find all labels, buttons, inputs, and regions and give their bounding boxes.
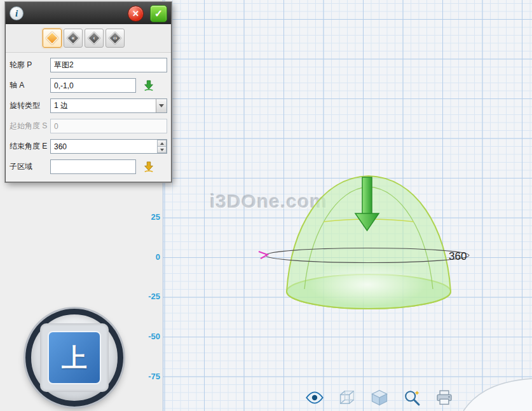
view-toolbar — [304, 387, 455, 408]
spinner-buttons — [157, 140, 167, 153]
field-row-subregion: 子区域 — [10, 159, 167, 174]
profile-label: 轮廓 P — [10, 60, 50, 71]
pick-mode-toolbar: « ‹ ‹› — [6, 24, 171, 53]
view-navigator[interactable]: 上 — [25, 309, 123, 407]
view-cube-rim: 上 — [40, 323, 109, 392]
watermark: i3DOne.com — [210, 191, 327, 212]
end-angle-input[interactable] — [50, 139, 167, 154]
eye-icon — [305, 388, 324, 407]
solid-cube-icon — [370, 388, 389, 407]
chevron-up-icon — [160, 142, 164, 145]
pick-mode-glyph — [43, 29, 61, 47]
revolve-dialog: i ✕ ✓ « ‹ ‹› 轮廓 P — [5, 2, 172, 182]
axis-label-25: 25 — [136, 212, 160, 222]
field-row-start-angle: 起始角度 S — [10, 119, 167, 133]
info-button[interactable]: i — [10, 6, 24, 20]
pick-mode-glyph: ‹› — [106, 29, 124, 47]
wire-cube-icon — [338, 388, 357, 407]
revolve-type-dropdown[interactable]: 1 边 — [50, 98, 167, 113]
pick-mode-glyph: ‹ — [85, 29, 103, 47]
green-pick-arrow-icon — [143, 80, 154, 91]
field-row-end-angle: 结束角度 E — [10, 139, 167, 154]
axis-pick-button[interactable] — [142, 79, 156, 92]
chevron-down-icon — [159, 104, 164, 107]
axis-input[interactable] — [50, 78, 136, 93]
view-cube-top-face[interactable]: 上 — [48, 331, 101, 384]
spin-down-button[interactable] — [157, 147, 167, 153]
axis-label-n25: -25 — [136, 292, 160, 301]
profile-input[interactable] — [50, 58, 167, 72]
spin-up-button[interactable] — [157, 140, 167, 147]
subregion-input[interactable] — [50, 159, 136, 174]
field-row-profile: 轮廓 P — [10, 58, 167, 72]
application-window: 50 25 0 -25 -50 -75 i3DOne.com — [0, 0, 532, 411]
pick-mode-button-2[interactable]: « — [64, 29, 83, 48]
pick-mode-button-4[interactable]: ‹› — [106, 29, 125, 48]
end-angle-spinner — [50, 139, 167, 154]
subregion-pick-button[interactable] — [142, 160, 156, 173]
dialog-form: 轮廓 P 轴 A 旋转类型 1 边 — [6, 53, 171, 182]
printer-icon — [435, 388, 454, 407]
print-button[interactable] — [433, 387, 455, 408]
axis-label-0: 0 — [136, 252, 160, 262]
start-angle-label: 起始角度 S — [10, 121, 50, 131]
wireframe-view-button[interactable] — [336, 387, 358, 408]
confirm-button[interactable]: ✓ — [150, 5, 167, 22]
pick-mode-button-1[interactable] — [43, 29, 62, 48]
zoom-button[interactable] — [401, 387, 423, 408]
axis-label-n75: -75 — [136, 372, 160, 381]
pick-mode-glyph: « — [64, 29, 82, 47]
cancel-button[interactable]: ✕ — [128, 6, 144, 22]
subregion-label: 子区域 — [10, 161, 50, 172]
field-row-revolve-type: 旋转类型 1 边 — [10, 98, 167, 113]
axis-label-n50: -50 — [136, 332, 160, 341]
yellow-pick-arrow-icon — [143, 161, 154, 173]
pick-mode-button-3[interactable]: ‹ — [85, 29, 104, 48]
revolve-type-value: 1 边 — [51, 100, 156, 111]
dialog-titlebar: i ✕ ✓ — [6, 3, 171, 24]
shaded-view-button[interactable] — [369, 387, 390, 408]
start-angle-input — [50, 119, 167, 133]
revolve-type-label: 旋转类型 — [10, 100, 50, 111]
visibility-button[interactable] — [304, 387, 325, 408]
nav-wheel-corner[interactable] — [463, 378, 532, 411]
end-angle-label: 结束角度 E — [10, 141, 50, 152]
dropdown-arrow-button[interactable] — [156, 99, 167, 112]
field-row-axis: 轴 A — [10, 78, 167, 93]
axis-label: 轴 A — [10, 80, 50, 91]
chevron-down-icon — [160, 149, 164, 151]
magnifier-icon — [402, 388, 421, 407]
